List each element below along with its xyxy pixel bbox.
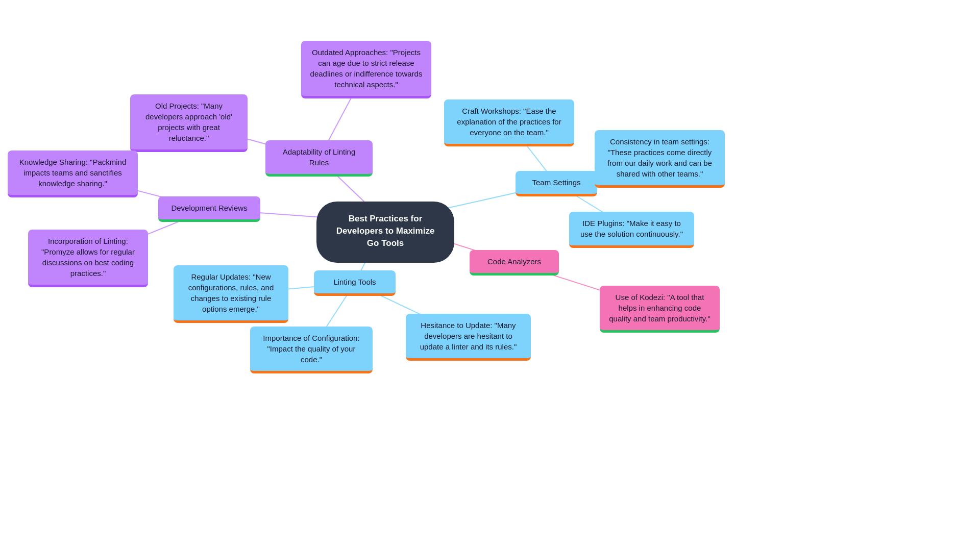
old-projects-node: Old Projects: "Many developers approach … [130,94,248,152]
hesitance-label: Hesitance to Update: "Many developers ar… [420,321,517,351]
team-settings-label: Team Settings [532,178,580,187]
knowledge-sharing-node: Knowledge Sharing: "Packmind impacts tea… [8,151,138,197]
incorporation-label: Incorporation of Linting: "Promyze allow… [41,237,135,278]
craft-workshops-node: Craft Workshops: "Ease the explanation o… [444,99,574,146]
development-reviews-label: Development Reviews [171,204,247,212]
consistency-label: Consistency in team settings: "These pra… [607,137,712,178]
importance-config-label: Importance of Configuration: "Impact the… [263,334,359,364]
center-node: Best Practices for Developers to Maximiz… [316,202,454,263]
regular-updates-node: Regular Updates: "New configurations, ru… [174,265,288,323]
hesitance-node: Hesitance to Update: "Many developers ar… [406,314,531,361]
incorporation-node: Incorporation of Linting: "Promyze allow… [28,230,148,287]
code-analyzers-label: Code Analyzers [487,257,541,266]
development-reviews-node: Development Reviews [158,196,260,222]
code-analyzers-node: Code Analyzers [470,250,559,276]
craft-workshops-label: Craft Workshops: "Ease the explanation o… [457,107,561,137]
center-label: Best Practices for Developers to Maximiz… [336,214,435,248]
adaptability-node: Adaptability of Linting Rules [265,140,373,177]
importance-config-node: Importance of Configuration: "Impact the… [250,327,373,373]
ide-plugins-label: IDE Plugins: "Make it easy to use the so… [580,219,683,238]
team-settings-node: Team Settings [516,171,597,196]
linting-tools-label: Linting Tools [333,278,376,286]
ide-plugins-node: IDE Plugins: "Make it easy to use the so… [569,212,694,248]
linting-tools-node: Linting Tools [314,270,396,296]
knowledge-sharing-label: Knowledge Sharing: "Packmind impacts tea… [19,158,127,188]
outdated-node: Outdated Approaches: "Projects can age d… [301,41,431,98]
old-projects-label: Old Projects: "Many developers approach … [145,102,232,142]
kodezi-label: Use of Kodezi: "A tool that helps in enh… [609,293,710,323]
adaptability-label: Adaptability of Linting Rules [283,147,356,167]
regular-updates-label: Regular Updates: "New configurations, ru… [188,272,274,313]
consistency-node: Consistency in team settings: "These pra… [595,130,725,188]
outdated-label: Outdated Approaches: "Projects can age d… [310,48,423,89]
kodezi-node: Use of Kodezi: "A tool that helps in enh… [600,286,720,333]
